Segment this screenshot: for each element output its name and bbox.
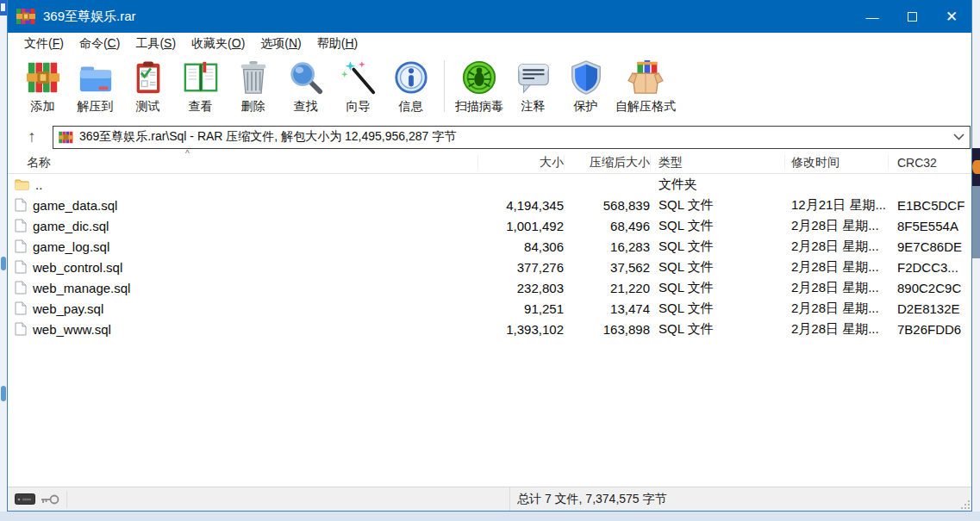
add-button[interactable]: 添加 [16,57,69,121]
archive-path-text: 369至尊娱乐.rar\Sql - RAR 压缩文件, 解包大小为 12,495… [79,129,947,145]
delete-button[interactable]: 删除 [227,57,279,121]
chevron-down-icon[interactable] [947,133,970,140]
column-separator[interactable] [888,155,889,170]
column-separator[interactable] [478,155,478,170]
winrar-window: 369至尊娱乐.rar — ✕ 文件(F) 命令(C) 工具(S) 收藏夹(O)… [7,0,972,512]
protect-button[interactable]: 保护 [559,57,612,121]
key-icon [41,493,59,506]
table-row[interactable]: web_manage.sql 232,803 21,220 SQL 文件 2月2… [8,277,971,298]
table-row[interactable]: web_control.sql 377,276 37,562 SQL 文件 2月… [8,257,971,277]
column-header-modified[interactable]: 修改时间 [784,155,888,171]
close-button[interactable]: ✕ [932,0,971,33]
toolbar-label: 查看 [189,99,213,115]
column-separator[interactable] [784,155,785,170]
desktop-image-fragment [972,148,980,186]
up-one-level-button[interactable]: ↑ [11,125,53,149]
title-bar: 369至尊娱乐.rar — ✕ [8,0,971,33]
test-icon [129,59,167,96]
address-combo[interactable]: 369至尊娱乐.rar\Sql - RAR 压缩文件, 解包大小为 12,495… [53,126,971,149]
maximize-icon [908,12,917,22]
list-header: ^ 名称 大小 压缩后大小 类型 修改时间 CRC32 [8,152,971,174]
protect-icon [567,59,605,96]
file-icon [15,301,27,315]
table-row-parent-dir[interactable]: .. 文件夹 [8,174,971,195]
toolbar-label: 自解压格式 [615,99,676,115]
file-icon [15,260,27,274]
toolbar-label: 查找 [294,99,318,115]
background-window-fragment [0,0,7,16]
folder-icon [15,178,29,190]
toolbar-label: 测试 [136,99,160,115]
desktop-bottom-strip [0,512,980,521]
caption-buttons: — ✕ [852,0,971,33]
status-bar: 总计 7 文件, 7,374,575 字节 [8,487,971,511]
minimize-button[interactable]: — [852,0,892,33]
toolbar-label: 信息 [399,99,423,115]
find-button[interactable]: 查找 [279,57,332,121]
desktop-decoration [1,257,6,270]
table-row[interactable]: game_data.sql 4,194,345 568,839 SQL 文件 1… [8,195,971,215]
toolbar-label: 向导 [346,99,371,115]
menu-file[interactable]: 文件(F) [16,34,72,54]
comment-button[interactable]: 注释 [507,57,559,121]
winrar-archive-icon [59,131,73,144]
menu-commands[interactable]: 命令(C) [72,34,128,54]
info-icon [392,59,430,96]
wizard-button[interactable]: 向导 [332,57,384,121]
view-button[interactable]: 查看 [174,57,227,121]
toolbar-label: 保护 [574,99,598,115]
winrar-app-icon [16,8,35,25]
toolbar-label: 添加 [31,99,55,115]
status-icons [8,493,66,506]
file-icon [15,198,27,212]
column-separator[interactable] [650,155,651,170]
column-header-crc32[interactable]: CRC32 [888,156,971,170]
table-row[interactable]: web_www.sql 1,393,102 163,898 SQL 文件 2月2… [8,319,971,339]
find-icon [287,59,325,96]
column-separator[interactable] [564,155,565,170]
desktop-right-strip [972,0,980,521]
info-button[interactable]: 信息 [384,57,437,121]
table-row[interactable]: game_log.sql 84,306 16,283 SQL 文件 2月28日 … [8,236,971,257]
file-icon [15,239,27,253]
test-button[interactable]: 测试 [122,57,174,121]
menu-tools[interactable]: 工具(S) [128,34,184,54]
extract-to-button[interactable]: 解压到 [69,57,122,121]
status-total: 总计 7 文件, 7,374,575 字节 [509,487,667,511]
toolbar-label: 解压到 [78,99,114,115]
extract-to-icon [77,59,115,96]
maximize-button[interactable] [892,0,932,33]
file-icon [15,322,27,336]
column-header-packed[interactable]: 压缩后大小 [564,155,650,171]
view-icon [182,59,220,96]
file-list: .. 文件夹 game_data.sql 4,194,345 568,839 S… [8,174,971,487]
comment-icon [515,59,552,96]
desktop-image-fragment [972,186,980,258]
toolbar-label: 删除 [241,99,265,115]
virus-scan-button[interactable]: 扫描病毒 [452,57,507,121]
desktop-decoration [1,386,6,401]
menu-favorites[interactable]: 收藏夹(O) [184,34,253,54]
column-header-name[interactable]: 名称 [8,155,478,171]
table-row[interactable]: game_dic.sql 1,001,492 68,496 SQL 文件 2月2… [8,215,971,236]
toolbar-separator [444,60,445,112]
file-icon [15,281,27,295]
resize-grip[interactable] [959,499,970,509]
menu-help[interactable]: 帮助(H) [309,34,365,54]
statusbar-separator [66,491,67,508]
column-header-size[interactable]: 大小 [478,155,564,171]
menu-options[interactable]: 选项(N) [253,34,309,54]
window-title: 369至尊娱乐.rar [43,9,852,25]
table-row[interactable]: web_pay.sql 91,251 13,474 SQL 文件 2月28日 星… [8,298,971,319]
desktop-left-strip [0,16,7,521]
delete-icon [234,59,272,96]
sfx-icon [627,59,665,96]
column-header-type[interactable]: 类型 [650,155,784,171]
wizard-icon [340,59,378,96]
toolbar-label: 扫描病毒 [455,99,503,115]
sort-ascending-icon: ^ [185,149,190,158]
toolbar: 添加 解压到 [8,55,971,122]
sfx-button[interactable]: 自解压格式 [612,57,679,121]
file-icon [15,219,27,233]
drive-icon [15,493,35,505]
